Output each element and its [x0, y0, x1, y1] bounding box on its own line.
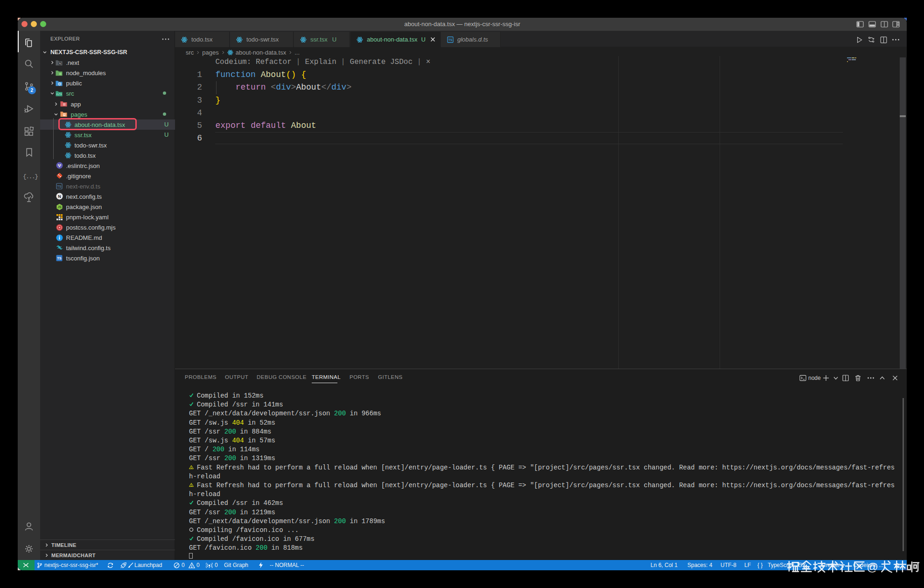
svg-text:@: @	[867, 560, 878, 573]
svg-text:</>: </>	[56, 92, 62, 96]
svg-text:TS: TS	[57, 185, 62, 188]
svg-text:TS: TS	[57, 256, 62, 260]
svg-text:N: N	[59, 62, 61, 65]
svg-text:JS: JS	[57, 205, 62, 209]
svg-text:N: N	[58, 194, 61, 199]
svg-text:TS: TS	[448, 38, 453, 42]
